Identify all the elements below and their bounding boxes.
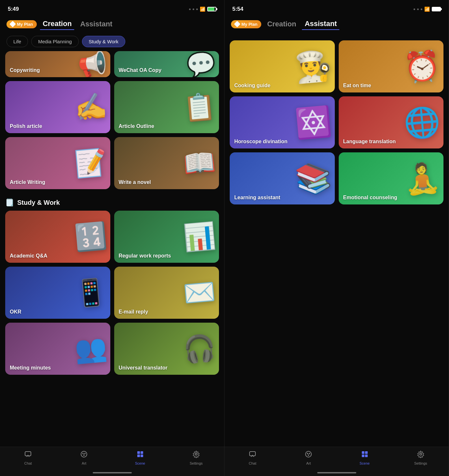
svg-point-4 [83, 455, 85, 456]
status-time-left: 5:49 [8, 6, 19, 12]
regular-reports-card[interactable]: 📊 Regular work reports [114, 211, 219, 263]
meeting-label: Meeting minutes [10, 365, 51, 371]
outline-label: Article Outline [119, 123, 154, 129]
universal-translator-card[interactable]: 🎧 Universal translator [114, 323, 219, 375]
language-emoji: 🌐 [402, 104, 442, 141]
battery-fill [208, 7, 214, 11]
study-cards-row3: 👥 Meeting minutes 🎧 Universal translator [5, 323, 219, 375]
copywriting-art: 📢 [5, 51, 110, 77]
okr-emoji: 📱 [73, 276, 108, 309]
eat-emoji: ⏰ [402, 48, 442, 85]
svg-point-1 [81, 451, 87, 457]
settings-nav-item[interactable]: Settings [168, 450, 224, 465]
settings-nav-item-right[interactable]: Settings [393, 450, 449, 465]
article-writing-card[interactable]: 📝 Article Writing [5, 137, 110, 189]
svg-point-9 [195, 453, 197, 455]
nav-header-left: My Plan Creation Assistant [0, 16, 224, 34]
chat-nav-label-right: Chat [249, 461, 256, 465]
polish-label: Polish article [10, 123, 42, 129]
signal-dot-3 [196, 8, 198, 10]
settings-icon-right [417, 450, 425, 460]
right-phone-screen: 5:54 📶 My Plan Creation Assistant 👨‍🍳 [224, 0, 449, 476]
scene-icon-right [361, 450, 369, 460]
scene-nav-label: Scene [135, 461, 145, 465]
bottom-nav-left: Chat Art Scene Settings [0, 447, 224, 476]
emotional-label: Emotional counseling [343, 195, 397, 201]
polish-article-card[interactable]: ✍️ Polish article [5, 81, 110, 133]
art-nav-item-right[interactable]: Art [280, 450, 336, 465]
wifi-icon-right: 📶 [424, 7, 430, 12]
home-indicator-right [317, 472, 356, 473]
learning-assistant-card[interactable]: 📚 Learning assistant [230, 152, 335, 204]
art-nav-item[interactable]: Art [56, 450, 112, 465]
my-plan-button-right[interactable]: My Plan [231, 20, 261, 28]
chat-nav-label: Chat [24, 461, 32, 465]
spacer [224, 34, 449, 40]
okr-card[interactable]: 📱 OKR [5, 267, 110, 319]
language-translation-card[interactable]: 🌐 Language translation [339, 96, 444, 148]
status-bar-right: 5:54 📶 [224, 0, 449, 16]
novel-emoji: 📖 [182, 147, 217, 180]
signal-dot-r2 [417, 8, 419, 10]
copywriting-emoji: 📢 [76, 51, 108, 77]
article-outline-card[interactable]: 📋 Article Outline [114, 81, 219, 133]
article-emoji: 📝 [73, 147, 108, 180]
emotional-counseling-card[interactable]: 🧘 Emotional counseling [339, 152, 444, 204]
content-area-right: 👨‍🍳 Cooking guide ⏰ Eat on time 🔯 Horosc… [224, 40, 449, 449]
study-work-tab[interactable]: Study & Work [82, 36, 125, 47]
media-planning-tab[interactable]: Media Planning [31, 36, 78, 47]
email-reply-card[interactable]: ✉️ E-mail reply [114, 267, 219, 319]
assistant-tab-right[interactable]: Assistant [302, 18, 339, 30]
art-nav-label: Art [82, 461, 86, 465]
svg-rect-17 [362, 455, 364, 457]
category-tabs: Life Media Planning Study & Work [0, 34, 224, 51]
academic-qa-card[interactable]: 🔢 Academic Q&A [5, 211, 110, 263]
horoscope-card[interactable]: 🔯 Horoscope divination [230, 96, 335, 148]
eat-on-time-card[interactable]: ⏰ Eat on time [339, 40, 444, 92]
cards-row1: ✍️ Polish article 📋 Article Outline [5, 81, 219, 133]
copywriting-card[interactable]: 📢 Copywriting [5, 51, 110, 77]
meeting-minutes-card[interactable]: 👥 Meeting minutes [5, 323, 110, 375]
svg-point-3 [84, 453, 86, 454]
creation-tab[interactable]: Creation [40, 18, 74, 30]
scene-nav-item[interactable]: Scene [112, 450, 168, 465]
assistant-row1: 👨‍🍳 Cooking guide ⏰ Eat on time [230, 40, 443, 92]
scene-nav-item-right[interactable]: Scene [337, 450, 393, 465]
settings-nav-label: Settings [190, 461, 203, 465]
eat-label: Eat on time [343, 83, 371, 89]
learning-label: Learning assistant [234, 195, 280, 201]
copywriting-label: Copywriting [10, 67, 40, 73]
battery-fill-right [432, 7, 440, 11]
study-work-section-header: 🗒️ Study & Work [5, 193, 219, 211]
wechat-card[interactable]: 💬 WeChat OA Copy [114, 51, 219, 77]
horoscope-label: Horoscope divination [234, 139, 288, 145]
status-time-right: 5:54 [232, 6, 243, 12]
diamond-icon-right [234, 21, 240, 27]
art-icon [80, 450, 88, 460]
assistant-row2: 🔯 Horoscope divination 🌐 Language transl… [230, 96, 443, 148]
write-novel-card[interactable]: 📖 Write a novel [114, 137, 219, 189]
settings-icon [192, 450, 200, 460]
meeting-emoji: 👥 [73, 332, 108, 365]
art-nav-label-right: Art [306, 461, 311, 465]
my-plan-button[interactable]: My Plan [7, 20, 37, 28]
learning-emoji: 📚 [293, 160, 333, 197]
assistant-row3: 📚 Learning assistant 🧘 Emotional counsel… [230, 152, 443, 204]
creation-tab-right[interactable]: Creation [265, 19, 299, 30]
cooking-guide-card[interactable]: 👨‍🍳 Cooking guide [230, 40, 335, 92]
life-tab[interactable]: Life [7, 36, 28, 47]
scene-nav-label-right: Scene [360, 461, 370, 465]
svg-rect-8 [141, 455, 143, 457]
assistant-tab[interactable]: Assistant [77, 19, 115, 30]
left-phone-screen: 5:49 📶 My Plan Creation Assistant Life M… [0, 0, 224, 476]
svg-point-2 [82, 453, 84, 454]
academic-emoji: 🔢 [73, 220, 108, 253]
language-label: Language translation [343, 139, 396, 145]
chat-nav-item[interactable]: Chat [0, 450, 56, 465]
chat-nav-item-right[interactable]: Chat [224, 450, 280, 465]
battery-icon-right [432, 7, 441, 11]
status-icons-right: 📶 [414, 7, 441, 12]
cooking-label: Cooking guide [234, 83, 270, 89]
home-indicator-left [93, 472, 132, 473]
emotional-emoji: 🧘 [402, 160, 442, 197]
